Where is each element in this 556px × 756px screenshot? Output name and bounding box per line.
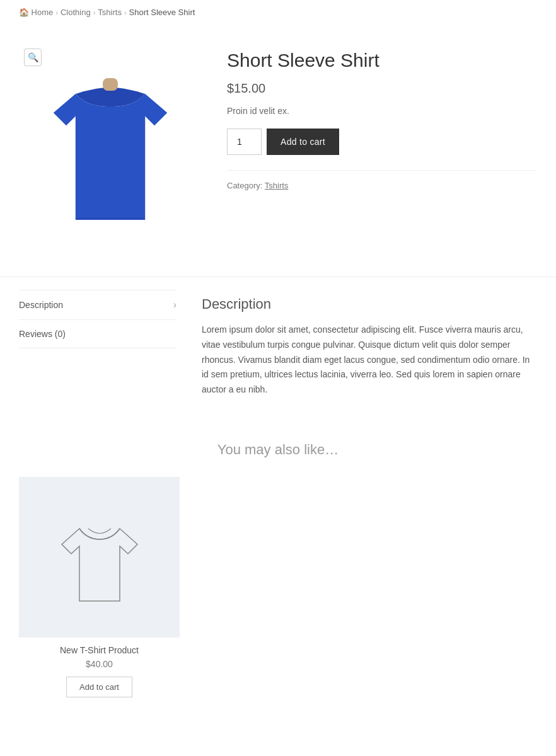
related-card-title-0: New T-Shirt Product	[19, 645, 180, 655]
tab-content-area: Description Lorem ipsum dolor sit amet, …	[202, 290, 537, 404]
tab-reviews-label: Reviews (0)	[19, 329, 66, 339]
tab-content-body: Lorem ipsum dolor sit amet, consectetur …	[202, 323, 537, 398]
category-label: Category:	[227, 181, 262, 190]
add-to-cart-row: Add to cart	[227, 129, 537, 155]
breadcrumb-tshirts[interactable]: Tshirts	[98, 8, 122, 17]
tab-description-arrow: ›	[173, 299, 177, 311]
product-meta: Category: Tshirts	[227, 170, 537, 190]
tab-content-title: Description	[202, 296, 537, 312]
breadcrumb-sep-3: ›	[124, 9, 127, 16]
breadcrumb-sep-1: ›	[55, 9, 58, 16]
product-section: 🔍 Short Sl	[0, 25, 556, 277]
category-link[interactable]: Tshirts	[265, 181, 289, 190]
svg-rect-2	[103, 78, 118, 91]
related-section: You may also like… New T-Shirt Product $…	[0, 416, 556, 723]
product-image	[19, 43, 202, 245]
tabs-sidebar: Description › Reviews (0)	[19, 290, 177, 348]
product-price: $15.00	[227, 81, 537, 96]
related-card-price-0: $40.00	[19, 659, 180, 669]
tab-reviews[interactable]: Reviews (0)	[19, 320, 177, 348]
related-card-image-0[interactable]	[19, 477, 180, 638]
breadcrumb-clothing[interactable]: Clothing	[61, 8, 91, 17]
breadcrumb-home[interactable]: 🏠 Home	[19, 8, 53, 17]
product-title: Short Sleeve Shirt	[227, 50, 537, 71]
product-details: Short Sleeve Shirt $15.00 Proin id velit…	[227, 43, 537, 190]
product-shirt-svg	[41, 56, 180, 232]
tab-description-label: Description	[19, 300, 63, 310]
related-card-0: New T-Shirt Product $40.00 Add to cart	[19, 477, 180, 697]
quantity-input[interactable]	[227, 129, 262, 155]
product-image-container: 🔍	[19, 43, 202, 245]
tabs-section: Description › Reviews (0) Description Lo…	[0, 277, 556, 416]
zoom-icon[interactable]: 🔍	[24, 49, 42, 66]
add-to-cart-button[interactable]: Add to cart	[267, 129, 339, 155]
breadcrumb: 🏠 Home › Clothing › Tshirts › Short Slee…	[0, 0, 556, 25]
related-title: You may also like…	[19, 442, 537, 458]
related-add-to-cart-button-0[interactable]: Add to cart	[66, 677, 132, 697]
related-shirt-svg	[55, 503, 144, 610]
tab-description[interactable]: Description ›	[19, 290, 177, 320]
breadcrumb-sep-2: ›	[93, 9, 96, 16]
related-grid: New T-Shirt Product $40.00 Add to cart	[19, 477, 537, 697]
product-short-description: Proin id velit ex.	[227, 106, 537, 116]
breadcrumb-current: Short Sleeve Shirt	[129, 8, 195, 17]
